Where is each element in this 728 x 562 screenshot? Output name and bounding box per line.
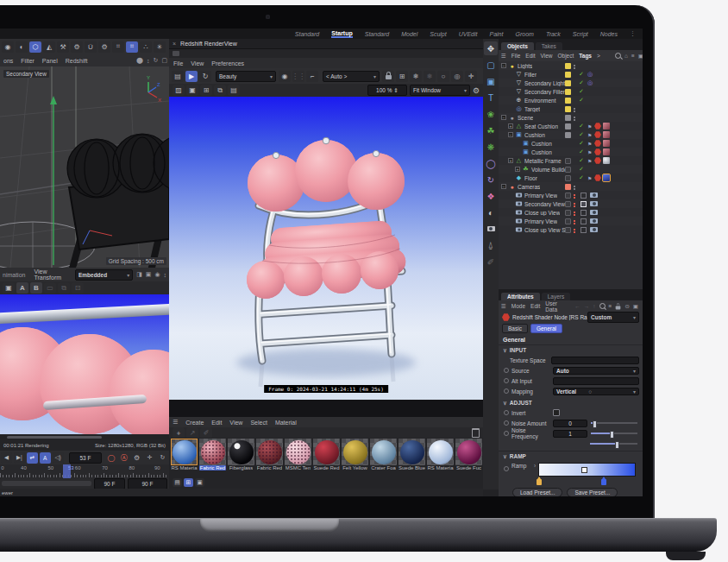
layout-tab-track[interactable]: Track: [546, 31, 561, 37]
layout-tab-sculpt[interactable]: Sculpt: [430, 31, 446, 37]
history-icon[interactable]: ⊙: [624, 303, 629, 310]
film-icon[interactable]: ▤: [172, 71, 184, 82]
objects-menu-object[interactable]: Object: [558, 53, 574, 59]
light-icon[interactable]: ⍙: [484, 238, 498, 252]
tree-row[interactable]: Close up View: [499, 208, 643, 217]
tab-attributes[interactable]: Attributes: [501, 293, 540, 300]
enabled-check-icon[interactable]: ✓: [579, 148, 584, 155]
ramp-marker[interactable]: [581, 467, 587, 473]
view-transform-select[interactable]: Embedded▾: [75, 269, 133, 281]
visibility-dots[interactable]: [574, 117, 575, 118]
history-arrow-icon[interactable]: ←: [574, 303, 581, 309]
texture-tag-icon[interactable]: [603, 148, 610, 155]
autokey-icon[interactable]: A: [40, 452, 51, 464]
tree-row[interactable]: ▽Secondary Filler✓: [499, 87, 643, 96]
render-pass-select[interactable]: Beauty▾: [216, 71, 276, 82]
material-item[interactable]: Fiberglass: [227, 439, 255, 477]
material-item[interactable]: Fabric Red: [255, 439, 284, 477]
viewport-menu-ons[interactable]: ons: [3, 58, 13, 64]
viewport-menu-redshift[interactable]: Redshift: [66, 58, 88, 64]
enabled-check-icon[interactable]: ✓: [579, 174, 584, 181]
snap-icon[interactable]: ✳: [154, 41, 166, 53]
attr-menu-edit[interactable]: Edit: [530, 303, 540, 309]
search-icon[interactable]: [599, 303, 606, 309]
source-select[interactable]: Auto▾: [553, 367, 639, 375]
preset-select[interactable]: Custom▾: [587, 312, 639, 323]
orbit-view-icon[interactable]: ↻: [157, 452, 168, 464]
composition-tag-icon[interactable]: ⚑: [587, 158, 592, 164]
material-item[interactable]: Crater Foa: [369, 439, 398, 477]
objects-menu-edit[interactable]: Edit: [525, 53, 535, 59]
gear-icon[interactable]: ⚙: [473, 86, 480, 95]
sound-icon[interactable]: ◁): [53, 452, 64, 464]
material-preview[interactable]: [228, 439, 254, 465]
grid-icon[interactable]: ⌗: [112, 41, 124, 53]
ramp-gradient[interactable]: [538, 463, 636, 477]
expand-toggle-icon[interactable]: −: [508, 132, 513, 137]
spline-tool-icon[interactable]: ▢: [484, 58, 498, 72]
tree-row[interactable]: ◆Floor✓⚑: [499, 174, 643, 182]
layer-swatch[interactable]: [565, 72, 571, 78]
texture-tag-icon[interactable]: [603, 174, 610, 181]
tab-takes[interactable]: Takes: [536, 42, 562, 50]
layer-swatch[interactable]: [565, 201, 571, 207]
mograph-icon[interactable]: ↻: [484, 173, 498, 186]
viewport-menu-filter[interactable]: Filter: [21, 58, 35, 64]
material-preview[interactable]: [313, 439, 340, 465]
enabled-check-icon[interactable]: ✓: [579, 88, 584, 95]
rotate-icon[interactable]: ↻: [154, 57, 159, 64]
crop-icon[interactable]: ⌐: [306, 71, 318, 82]
wipe-icon[interactable]: ▭: [44, 282, 56, 294]
move-tool-icon[interactable]: ✥: [484, 41, 498, 55]
tree-row[interactable]: ▣Cushion✓⚑: [499, 148, 643, 156]
renderview-menu-file[interactable]: File: [173, 60, 183, 66]
expand-toggle-icon[interactable]: +: [508, 123, 513, 129]
general-button[interactable]: General: [530, 324, 562, 333]
tab-objects[interactable]: Objects: [501, 42, 534, 50]
gear-icon[interactable]: ⚙: [98, 41, 110, 53]
material-item[interactable]: RS Materia: [426, 439, 455, 477]
range-start-field[interactable]: 90 F: [94, 478, 125, 489]
secondary-viewport[interactable]: Y X Z Secondary View Grid Spacing : 500 …: [0, 66, 169, 268]
lock-icon[interactable]: [616, 306, 621, 309]
split-icon[interactable]: ◨: [136, 271, 142, 278]
objects-menu-tags[interactable]: Tags: [579, 53, 592, 59]
layout-tab-paint[interactable]: Paint: [490, 31, 504, 37]
prev-frame-icon[interactable]: ◀: [1, 452, 12, 464]
layout-tab-uvedit[interactable]: UVEdit: [459, 31, 478, 37]
material-preview[interactable]: [427, 439, 454, 465]
active-view-frame-icon[interactable]: [581, 201, 587, 207]
layout-tab-groom[interactable]: Groom: [515, 31, 533, 37]
export-snapshot-icon[interactable]: ⧉: [214, 85, 226, 96]
lock-icon[interactable]: [382, 71, 394, 82]
tree-row[interactable]: ▽Secondary Light✓◎: [499, 79, 643, 87]
texture-tag-icon[interactable]: [603, 131, 610, 138]
workplane-icon[interactable]: ⚒: [57, 41, 69, 53]
renderview-menu-view[interactable]: View: [191, 60, 204, 66]
tree-row[interactable]: −●Scene: [499, 113, 643, 122]
snapshot-b-icon[interactable]: ❄: [424, 71, 436, 82]
tree-row[interactable]: ▣Cushion✓⚑: [499, 139, 643, 148]
timeline-scrollbar[interactable]: [7, 436, 102, 439]
render-visibility-dots[interactable]: [574, 212, 575, 213]
record-icon[interactable]: ◯: [105, 452, 116, 464]
symmetry-icon[interactable]: ❖: [484, 189, 498, 203]
target-tag-icon[interactable]: ◎: [587, 79, 593, 86]
add-material-button[interactable]: ＋: [173, 427, 185, 438]
basic-button[interactable]: Basic: [502, 324, 528, 333]
layout-tab-nodes[interactable]: Nodes: [600, 31, 618, 37]
generator-icon[interactable]: ❀: [484, 107, 498, 121]
noise-amount-slider[interactable]: [591, 422, 637, 424]
layer-swatch[interactable]: [565, 167, 571, 173]
link-icon[interactable]: ⊡: [72, 282, 84, 294]
primitive-cube-icon[interactable]: ▣: [484, 74, 498, 88]
camera-tag-icon[interactable]: [590, 218, 598, 224]
material-tag-icon[interactable]: [594, 131, 601, 138]
material-menu-create[interactable]: Create: [185, 420, 204, 426]
material-preview[interactable]: [256, 439, 283, 465]
active-view-frame-icon[interactable]: [581, 218, 587, 224]
maximize-icon[interactable]: ▢: [161, 57, 167, 64]
pan-view-icon[interactable]: ✛: [144, 452, 155, 464]
material-preview[interactable]: [199, 439, 226, 465]
tree-row[interactable]: +△Metallic Frame✓⚑: [499, 156, 643, 165]
